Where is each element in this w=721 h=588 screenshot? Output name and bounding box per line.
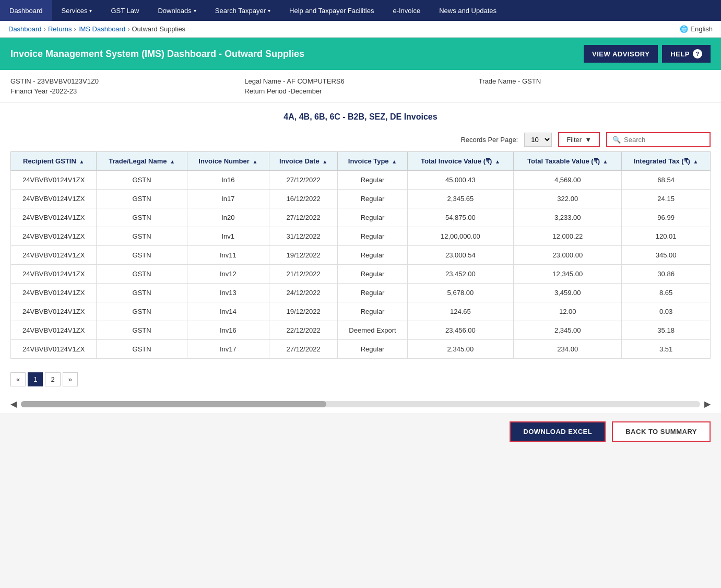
table-row: 24VBVBV0124V1ZXGSTNInv1622/12/2022Deemed… bbox=[11, 321, 711, 340]
help-icon: ? bbox=[693, 49, 702, 58]
filter-icon: ▼ bbox=[585, 136, 592, 144]
table-cell: In16 bbox=[187, 171, 269, 190]
page-header: Invoice Management System (IMS) Dashboar… bbox=[0, 38, 721, 70]
search-box[interactable]: 🔍 bbox=[606, 132, 711, 147]
nav-einvoice[interactable]: e-Invoice bbox=[383, 0, 430, 21]
filter-button[interactable]: Filter ▼ bbox=[558, 132, 600, 147]
search-taxpayer-arrow-icon: ▾ bbox=[268, 8, 270, 14]
main-content: Invoice Management System (IMS) Dashboar… bbox=[0, 38, 721, 413]
table-cell: 24VBVBV0124V1ZX bbox=[11, 171, 97, 190]
table-row: 24VBVBV0124V1ZXGSTNInv1221/12/2022Regula… bbox=[11, 265, 711, 284]
scroll-left-icon[interactable]: ◀ bbox=[10, 399, 17, 409]
breadcrumb-current: Outward Supplies bbox=[132, 25, 186, 33]
scroll-right-icon[interactable]: ▶ bbox=[704, 399, 711, 409]
records-per-page-label: Records Per Page: bbox=[460, 136, 518, 144]
col-total-taxable-value[interactable]: Total Taxable Value (₹) ▲ bbox=[514, 152, 622, 171]
table-cell: 35.18 bbox=[622, 321, 711, 340]
table-cell: GSTN bbox=[97, 321, 187, 340]
table-cell: Regular bbox=[338, 302, 407, 321]
top-navigation: Dashboard Services ▾ GST Law Downloads ▾… bbox=[0, 0, 721, 21]
table-cell: GSTN bbox=[97, 227, 187, 246]
col-invoice-type[interactable]: Invoice Type ▲ bbox=[338, 152, 407, 171]
breadcrumb-ims-dashboard[interactable]: IMS Dashboard bbox=[78, 25, 125, 33]
sort-icon-invoice-no: ▲ bbox=[252, 159, 257, 164]
breadcrumb-bar: Dashboard › Returns › IMS Dashboard › Ou… bbox=[0, 21, 721, 38]
table-cell: In17 bbox=[187, 190, 269, 208]
col-trade-legal-name[interactable]: Trade/Legal Name ▲ bbox=[97, 152, 187, 171]
search-icon: 🔍 bbox=[612, 136, 621, 144]
table-cell: GSTN bbox=[97, 302, 187, 321]
table-cell: 24VBVBV0124V1ZX bbox=[11, 340, 97, 359]
sort-icon-date: ▲ bbox=[322, 159, 327, 164]
sort-icon-integrated: ▲ bbox=[693, 159, 699, 164]
services-arrow-icon: ▾ bbox=[89, 8, 92, 14]
nav-downloads[interactable]: Downloads ▾ bbox=[148, 0, 205, 21]
pagination-page-1[interactable]: 1 bbox=[28, 372, 43, 386]
col-invoice-number[interactable]: Invoice Number ▲ bbox=[187, 152, 269, 171]
table-cell: 12.00 bbox=[514, 302, 622, 321]
table-cell: In20 bbox=[187, 208, 269, 227]
table-cell: 23,456.00 bbox=[407, 321, 514, 340]
breadcrumb-returns[interactable]: Returns bbox=[48, 25, 72, 33]
sort-icon-type: ▲ bbox=[392, 159, 397, 164]
info-section: GSTIN - 23VBVBV0123V1Z0 Legal Name - AF … bbox=[0, 70, 721, 103]
table-cell: 12,000.22 bbox=[514, 227, 622, 246]
globe-icon: 🌐 bbox=[680, 25, 688, 33]
breadcrumb-sep-2: › bbox=[74, 25, 76, 33]
table-cell: 234.00 bbox=[514, 340, 622, 359]
scroll-track[interactable] bbox=[21, 401, 700, 407]
page-title: Invoice Management System (IMS) Dashboar… bbox=[10, 49, 304, 60]
table-cell: 4,569.00 bbox=[514, 171, 622, 190]
nav-news-updates[interactable]: News and Updates bbox=[430, 0, 506, 21]
nav-gst-law[interactable]: GST Law bbox=[101, 0, 148, 21]
col-recipient-gstin[interactable]: Recipient GSTIN ▲ bbox=[11, 152, 97, 171]
pagination-page-2[interactable]: 2 bbox=[45, 372, 60, 386]
table-cell: 24VBVBV0124V1ZX bbox=[11, 227, 97, 246]
table-cell: Regular bbox=[338, 265, 407, 284]
table-cell: Inv12 bbox=[187, 265, 269, 284]
col-total-invoice-value[interactable]: Total Invoice Value (₹) ▲ bbox=[407, 152, 514, 171]
return-period-info: Return Period -December bbox=[244, 87, 476, 95]
table-cell: 12,00,000.00 bbox=[407, 227, 514, 246]
table-cell: 45,000.43 bbox=[407, 171, 514, 190]
table-cell: GSTN bbox=[97, 208, 187, 227]
help-button[interactable]: HELP ? bbox=[662, 45, 711, 63]
col-integrated-tax[interactable]: Integrated Tax (₹) ▲ bbox=[622, 152, 711, 171]
view-advisory-button[interactable]: VIEW ADVISORY bbox=[584, 45, 658, 63]
table-cell: 2,345.65 bbox=[407, 190, 514, 208]
language-selector[interactable]: 🌐 English bbox=[680, 25, 713, 33]
bottom-buttons: DOWNLOAD EXCEL BACK TO SUMMARY bbox=[0, 413, 721, 450]
table-cell: 24VBVBV0124V1ZX bbox=[11, 302, 97, 321]
table-cell: 12,345.00 bbox=[514, 265, 622, 284]
table-cell: GSTN bbox=[97, 265, 187, 284]
table-cell: 23,000.54 bbox=[407, 246, 514, 265]
nav-services[interactable]: Services ▾ bbox=[52, 0, 102, 21]
breadcrumb-dashboard[interactable]: Dashboard bbox=[8, 25, 42, 33]
table-cell: 19/12/2022 bbox=[269, 302, 338, 321]
table-cell: 5,678.00 bbox=[407, 284, 514, 302]
table-cell: Regular bbox=[338, 190, 407, 208]
table-cell: 24.15 bbox=[622, 190, 711, 208]
table-cell: 31/12/2022 bbox=[269, 227, 338, 246]
table-cell: 27/12/2022 bbox=[269, 340, 338, 359]
breadcrumb: Dashboard › Returns › IMS Dashboard › Ou… bbox=[8, 25, 185, 33]
nav-help-facilities[interactable]: Help and Taxpayer Facilities bbox=[280, 0, 383, 21]
table-cell: 23,452.00 bbox=[407, 265, 514, 284]
pagination-next[interactable]: » bbox=[63, 372, 78, 386]
nav-search-taxpayer[interactable]: Search Taxpayer ▾ bbox=[206, 0, 280, 21]
table-cell: 24VBVBV0124V1ZX bbox=[11, 321, 97, 340]
back-to-summary-button[interactable]: BACK TO SUMMARY bbox=[612, 421, 711, 442]
table-cell: 30.86 bbox=[622, 265, 711, 284]
nav-dashboard[interactable]: Dashboard bbox=[0, 0, 52, 21]
table-cell: Regular bbox=[338, 227, 407, 246]
section-title: 4A, 4B, 6B, 6C - B2B, SEZ, DE Invoices bbox=[0, 103, 721, 128]
col-invoice-date[interactable]: Invoice Date ▲ bbox=[269, 152, 338, 171]
table-cell: Inv13 bbox=[187, 284, 269, 302]
download-excel-button[interactable]: DOWNLOAD EXCEL bbox=[510, 421, 606, 442]
table-cell: 3.51 bbox=[622, 340, 711, 359]
pagination: « 1 2 » bbox=[0, 364, 721, 395]
records-per-page-select[interactable]: 10 25 50 bbox=[524, 133, 552, 147]
pagination-prev[interactable]: « bbox=[10, 372, 26, 386]
gstin-info: GSTIN - 23VBVBV0123V1Z0 bbox=[10, 77, 242, 85]
search-input[interactable] bbox=[624, 136, 704, 144]
